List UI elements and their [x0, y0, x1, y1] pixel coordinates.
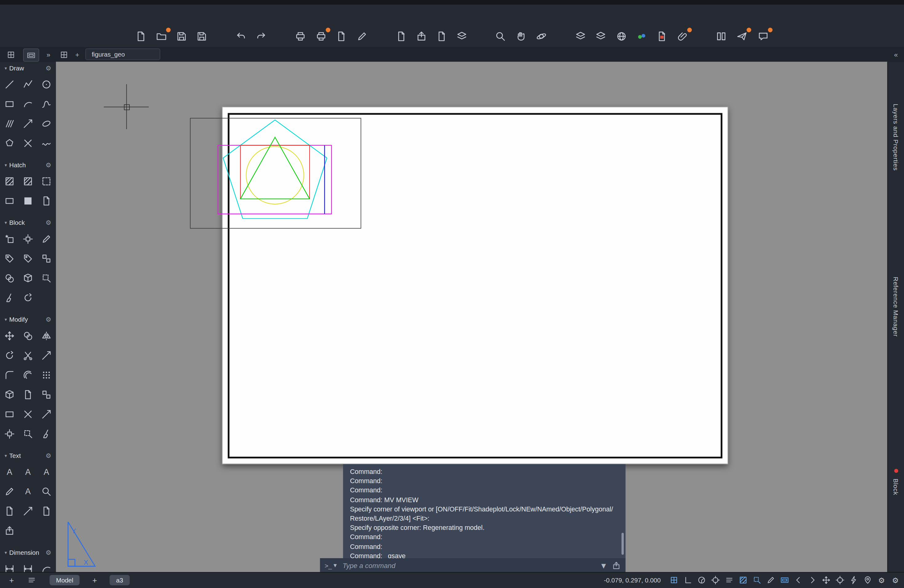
pdf-underlay-button[interactable]	[654, 29, 669, 44]
write-block-icon[interactable]	[19, 268, 38, 288]
create-block-icon[interactable]	[19, 229, 38, 248]
redo-button[interactable]	[254, 29, 269, 44]
modify-extend-icon[interactable]	[37, 345, 56, 365]
dynamic-input-icon[interactable]	[724, 575, 735, 586]
modify-align-icon[interactable]	[37, 385, 56, 405]
command-share-icon[interactable]	[612, 561, 621, 570]
insert-block-icon[interactable]	[0, 229, 19, 248]
layout-tab-a3[interactable]: a3	[110, 575, 130, 586]
tab-overflow-right-icon[interactable]: »	[44, 49, 53, 60]
content-palette-button[interactable]	[714, 29, 729, 44]
viewports-icon[interactable]	[3, 49, 19, 60]
edit-text-icon[interactable]	[0, 482, 19, 501]
text-style-icon[interactable]	[37, 462, 56, 482]
draw-rectangle-icon[interactable]	[0, 94, 19, 114]
hatch-pattern-icon[interactable]	[0, 171, 19, 191]
section-settings-icon[interactable]: ⚙	[46, 316, 51, 323]
section-header-block[interactable]: ▾ Block ⚙	[0, 216, 56, 229]
modify-copy-icon[interactable]	[19, 326, 38, 345]
hatch-solid-icon[interactable]	[19, 191, 38, 211]
command-scrollbar-thumb[interactable]	[621, 533, 624, 555]
polar-tracking-icon[interactable]	[697, 575, 707, 586]
save-button[interactable]	[174, 29, 189, 44]
plot-style-button[interactable]	[354, 29, 370, 44]
undo-button[interactable]	[233, 29, 248, 44]
quick-properties-icon[interactable]	[849, 575, 859, 586]
pdf-text-icon[interactable]	[37, 501, 56, 521]
text-frame-icon[interactable]	[0, 501, 19, 521]
text-scale-icon[interactable]	[19, 501, 38, 521]
dim-linear-icon[interactable]	[0, 559, 19, 572]
spell-check-icon[interactable]	[19, 482, 38, 501]
modify-fillet-icon[interactable]	[0, 365, 19, 385]
pdf-import-icon[interactable]	[0, 521, 19, 541]
attribute-display-icon[interactable]	[19, 248, 38, 268]
new-drawing-tab-button[interactable]: +	[73, 49, 82, 60]
export-layout-button[interactable]	[414, 29, 429, 44]
modify-3d-icon[interactable]	[0, 385, 19, 405]
section-header-hatch[interactable]: ▾ Hatch ⚙	[0, 159, 56, 171]
quick-view-icon[interactable]	[58, 49, 70, 60]
section-settings-icon[interactable]: ⚙	[46, 219, 51, 226]
save-as-button[interactable]	[194, 29, 209, 44]
draw-point-icon[interactable]	[19, 133, 38, 153]
annotation-scale-icon[interactable]	[863, 575, 873, 586]
selection-cycling-icon[interactable]	[821, 575, 831, 586]
layer-walk-button[interactable]	[593, 29, 608, 44]
define-attribute-icon[interactable]	[0, 248, 19, 268]
section-header-draw[interactable]: ▾ Draw ⚙	[0, 62, 56, 74]
modify-overkill-icon[interactable]	[37, 424, 56, 443]
modify-mirror-icon[interactable]	[37, 326, 56, 345]
dim-aligned-icon[interactable]	[19, 559, 38, 572]
single-line-text-icon[interactable]	[0, 462, 19, 482]
prev-viewport-icon[interactable]	[793, 575, 804, 586]
command-prompt[interactable]: >_ ▾	[325, 561, 337, 569]
panel-collapse-icon[interactable]: «	[891, 49, 901, 60]
draw-xline-icon[interactable]	[19, 114, 38, 133]
section-header-modify[interactable]: ▾ Modify ⚙	[0, 313, 56, 326]
find-text-icon[interactable]	[37, 482, 56, 501]
purge-block-icon[interactable]	[0, 288, 19, 308]
modify-stretch-icon[interactable]	[37, 404, 56, 424]
modify-trim-icon[interactable]	[19, 345, 38, 365]
modify-break-icon[interactable]	[0, 404, 19, 424]
layers-properties-tab[interactable]: Layers and Properties	[893, 104, 900, 171]
edit-attribute-icon[interactable]	[37, 268, 56, 288]
drawing-tab-figuras-geo[interactable]: figuras_geo	[85, 49, 161, 60]
draw-circle-icon[interactable]	[37, 74, 56, 94]
reference-manager-tab[interactable]: Reference Manager	[893, 277, 900, 337]
modify-offset-icon[interactable]	[19, 365, 38, 385]
section-settings-icon[interactable]: ⚙	[46, 161, 51, 169]
modify-section-icon[interactable]	[19, 385, 38, 405]
layer-states-button[interactable]	[573, 29, 588, 44]
snap-grid-icon[interactable]	[669, 575, 679, 586]
plot-button[interactable]	[314, 29, 329, 44]
isodraft-icon[interactable]	[766, 575, 776, 586]
layout-view-icon[interactable]	[23, 49, 40, 62]
model-tab[interactable]: Model	[50, 575, 80, 586]
manage-attributes-icon[interactable]	[37, 248, 56, 268]
section-header-dimension[interactable]: ▾ Dimension ⚙	[0, 546, 56, 559]
hatch-background-icon[interactable]	[738, 575, 748, 586]
object-snap-icon[interactable]	[710, 575, 721, 586]
block-panel-tab[interactable]: Block	[893, 479, 900, 495]
draw-arc-icon[interactable]	[19, 94, 38, 114]
settings-gear-icon[interactable]: ⚙	[876, 575, 887, 586]
section-header-text[interactable]: ▾ Text ⚙	[0, 449, 56, 462]
layer-update-button[interactable]	[614, 29, 629, 44]
draw-spline-icon[interactable]	[37, 94, 56, 114]
section-settings-icon[interactable]: ⚙	[46, 548, 51, 556]
count-block-icon[interactable]	[19, 288, 38, 308]
modify-group-icon[interactable]	[19, 424, 38, 443]
modify-explode-icon[interactable]	[0, 424, 19, 443]
new-layout-button[interactable]: +	[92, 576, 97, 585]
sync-attributes-icon[interactable]	[0, 268, 19, 288]
command-dropdown-icon[interactable]: ▾	[601, 560, 606, 571]
draw-polygon-icon[interactable]	[0, 133, 19, 153]
drawing-colors-button[interactable]	[634, 29, 650, 44]
zoom-window-button[interactable]	[493, 29, 508, 44]
multiline-text-icon[interactable]	[19, 462, 38, 482]
add-palette-button[interactable]: +	[9, 576, 14, 585]
draw-revision-cloud-icon[interactable]	[37, 133, 56, 153]
modify-erase-icon[interactable]	[19, 404, 38, 424]
